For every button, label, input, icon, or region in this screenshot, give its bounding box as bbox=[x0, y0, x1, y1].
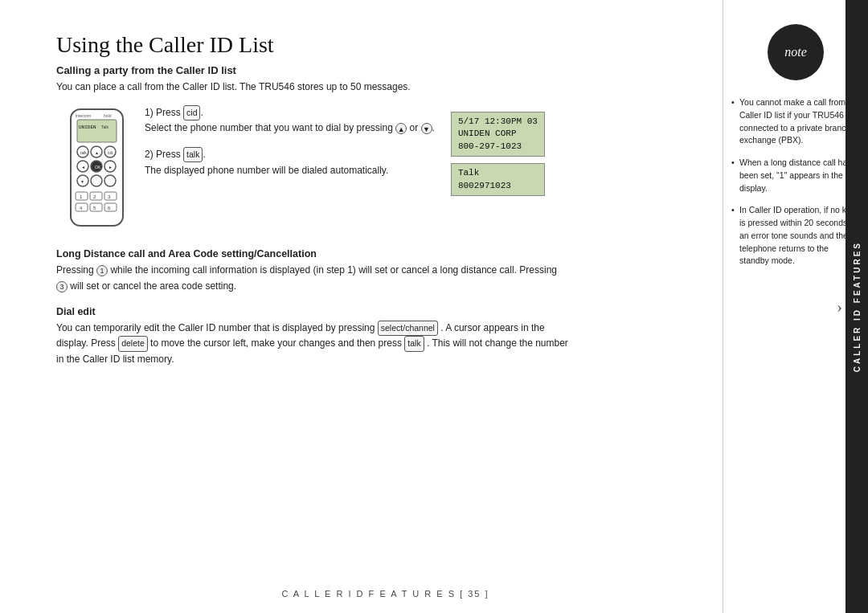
s2-body3: will set or cancel the area code setting… bbox=[70, 280, 236, 292]
steps-inner: 1) Press cid. Select the phone number th… bbox=[145, 105, 435, 190]
step1-press: Press bbox=[156, 107, 181, 118]
section3-body: You can temporarily edit the Caller ID n… bbox=[56, 321, 571, 368]
page-title: Using the Caller ID List bbox=[56, 32, 571, 58]
section2-heading: Long Distance call and Area Code setting… bbox=[56, 248, 571, 260]
section3: Dial edit You can temporarily edit the C… bbox=[56, 306, 571, 368]
step2-press: Press bbox=[156, 149, 181, 160]
right-arrow-icon: › bbox=[837, 297, 842, 316]
note-label: note bbox=[784, 45, 807, 59]
steps-area: UNIDEN Talk intercom hold talk ▲ bbox=[56, 105, 571, 234]
svg-text:▲: ▲ bbox=[95, 150, 99, 155]
up-arrow-btn: ▲ bbox=[395, 123, 407, 134]
svg-text:OK: OK bbox=[95, 165, 101, 170]
note-circle: note bbox=[768, 24, 824, 80]
sidebar-note-3: In Caller ID operation, if no key is pre… bbox=[731, 204, 860, 268]
s3-body3: to move the cursor left, make your chang… bbox=[150, 337, 402, 349]
svg-rect-24 bbox=[90, 192, 102, 200]
s3-key1: select/channel bbox=[378, 321, 438, 336]
phone-image: UNIDEN Talk intercom hold talk ▲ bbox=[56, 105, 137, 234]
svg-text:3: 3 bbox=[108, 194, 111, 199]
left-margin bbox=[0, 0, 48, 613]
lcd-screens: 5/17 12:30PM 03 UNIDEN CORP 800-297-1023… bbox=[451, 112, 545, 196]
section2: Long Distance call and Area Code setting… bbox=[56, 248, 571, 295]
step2: 2) Press talk. The displayed phone numbe… bbox=[145, 147, 435, 178]
svg-rect-1 bbox=[77, 120, 117, 142]
step2-key: talk bbox=[183, 147, 203, 162]
section2-body: Pressing 1 while the incoming call infor… bbox=[56, 263, 571, 295]
s3-key3: talk bbox=[404, 336, 424, 351]
svg-text:intercom: intercom bbox=[76, 113, 91, 118]
lcd-screen-1: 5/17 12:30PM 03 UNIDEN CORP 800-297-1023 bbox=[451, 112, 545, 157]
lcd-screen-2: Talk 8002971023 bbox=[451, 163, 545, 196]
section3-heading: Dial edit bbox=[56, 306, 571, 317]
svg-text:cid: cid bbox=[108, 150, 113, 155]
svg-rect-32 bbox=[104, 203, 117, 211]
svg-text:hold: hold bbox=[104, 113, 112, 118]
step1: 1) Press cid. Select the phone number th… bbox=[145, 105, 435, 136]
svg-text:Talk: Talk bbox=[101, 125, 108, 129]
sidebar-note-2: When a long distance call has been set, … bbox=[731, 157, 860, 194]
svg-text:2: 2 bbox=[93, 194, 96, 199]
svg-text:▼: ▼ bbox=[80, 179, 84, 184]
svg-text:UNIDEN: UNIDEN bbox=[79, 125, 96, 130]
step1-num: 1) bbox=[145, 107, 154, 118]
section1-heading: Calling a party from the Caller ID list bbox=[56, 64, 571, 76]
step1-text: 1) Press cid. Select the phone number th… bbox=[145, 105, 435, 136]
svg-text:►: ► bbox=[108, 165, 113, 170]
svg-text:talk: talk bbox=[80, 150, 87, 155]
step2-text: 2) Press talk. The displayed phone numbe… bbox=[145, 147, 435, 178]
s2-key1: 1 bbox=[96, 265, 108, 276]
lcd1-line3: 800-297-1023 bbox=[458, 141, 538, 153]
step2-desc: The displayed phone number will be diale… bbox=[145, 165, 388, 176]
svg-point-21 bbox=[104, 175, 116, 186]
s2-body1: Pressing bbox=[56, 264, 94, 276]
left-col: UNIDEN Talk intercom hold talk ▲ bbox=[56, 105, 435, 234]
page-container: Using the Caller ID List Calling a party… bbox=[0, 0, 868, 613]
s3-body1: You can temporarily edit the Caller ID n… bbox=[56, 322, 375, 333]
svg-text:5: 5 bbox=[93, 206, 96, 210]
s2-key2: 3 bbox=[56, 281, 68, 292]
lcd2-line2: 8002971023 bbox=[458, 180, 538, 192]
sidebar-note-1: You cannot make a call from the Caller I… bbox=[731, 96, 860, 147]
step1-key: cid bbox=[183, 105, 200, 121]
phone-svg: UNIDEN Talk intercom hold talk ▲ bbox=[63, 105, 131, 234]
svg-point-20 bbox=[91, 175, 102, 186]
down-arrow-btn: ▼ bbox=[421, 123, 432, 134]
svg-rect-26 bbox=[104, 192, 117, 200]
page-footer: C A L L E R I D F E A T U R E S [ 35 ] bbox=[48, 589, 723, 599]
svg-text:4: 4 bbox=[80, 206, 83, 210]
s3-key2: delete bbox=[118, 336, 148, 351]
main-content: Using the Caller ID List Calling a party… bbox=[48, 0, 723, 613]
step1-select-desc: Select the phone number that you want to… bbox=[145, 122, 435, 133]
vertical-tab: CALLER ID FEATURES bbox=[845, 0, 868, 613]
lcd1-line2: UNIDEN CORP bbox=[458, 128, 538, 140]
vertical-tab-text: CALLER ID FEATURES bbox=[853, 241, 862, 372]
step2-num: 2) bbox=[145, 149, 154, 160]
right-sidebar: note You cannot make a call from the Cal… bbox=[723, 0, 868, 613]
svg-text:◄: ◄ bbox=[81, 165, 85, 170]
svg-text:1: 1 bbox=[80, 194, 83, 199]
lcd1-line1: 5/17 12:30PM 03 bbox=[458, 116, 538, 128]
lcd2-line1: Talk bbox=[458, 167, 538, 179]
intro-text: You can place a call from the Caller ID … bbox=[56, 81, 571, 92]
svg-text:6: 6 bbox=[108, 206, 111, 210]
s2-body2: while the incoming call information is d… bbox=[110, 264, 557, 276]
svg-rect-30 bbox=[90, 203, 102, 211]
